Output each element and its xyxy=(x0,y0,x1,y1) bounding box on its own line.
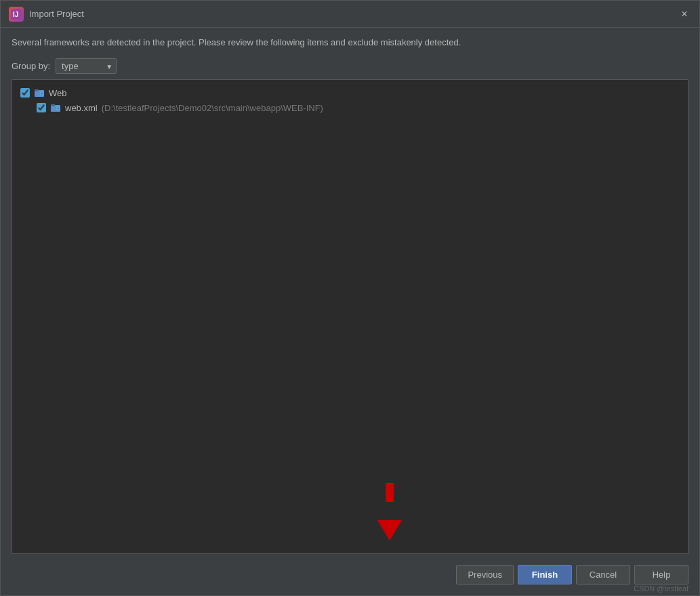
group-by-label: Group by: xyxy=(12,61,50,71)
finish-button[interactable]: Finish xyxy=(518,565,572,584)
web-folder-icon xyxy=(34,87,45,98)
help-button[interactable]: Help xyxy=(634,565,688,584)
group-by-select[interactable]: type name path xyxy=(56,58,117,74)
cancel-button[interactable]: Cancel xyxy=(576,565,630,584)
watermark-text: CSDN @testleaf xyxy=(634,584,688,593)
webxml-path: (D:\testleafProjects\Demo02\src\main\web… xyxy=(102,103,323,113)
group-by-select-wrapper[interactable]: type name path xyxy=(56,58,117,74)
svg-point-5 xyxy=(41,93,43,95)
tree-item-web-group: Web xyxy=(15,85,685,100)
footer: Previous Finish Cancel Help CSDN @testle… xyxy=(1,554,699,595)
svg-rect-3 xyxy=(35,89,39,91)
dialog-title: Import Project xyxy=(29,9,84,19)
close-button[interactable]: × xyxy=(678,7,691,21)
import-project-dialog: IJ Import Project × Several frameworks a… xyxy=(0,0,700,596)
toolbar: Group by: type name path xyxy=(1,54,699,79)
arrow-shaft xyxy=(386,483,394,502)
arrow-indicator xyxy=(377,520,402,540)
svg-point-9 xyxy=(58,108,60,110)
webxml-file-icon xyxy=(50,102,61,113)
app-icon: IJ xyxy=(9,7,24,22)
svg-text:IJ: IJ xyxy=(13,11,18,18)
previous-button[interactable]: Previous xyxy=(456,565,514,584)
title-bar-left: IJ Import Project xyxy=(9,7,84,22)
web-group-label: Web xyxy=(49,88,67,98)
tree-item-webxml: web.xml (D:\testleafProjects\Demo02\src\… xyxy=(15,100,685,115)
svg-rect-7 xyxy=(51,104,55,106)
title-bar: IJ Import Project × xyxy=(1,1,699,28)
webxml-label: web.xml xyxy=(65,103,98,113)
arrow-head xyxy=(377,520,402,540)
webxml-checkbox[interactable] xyxy=(37,103,46,112)
web-group-checkbox[interactable] xyxy=(20,88,30,98)
frameworks-tree: Web web.xml (D:\testleafProjects\Demo02\… xyxy=(12,79,688,554)
description-text: Several frameworks are detected in the p… xyxy=(1,28,699,54)
